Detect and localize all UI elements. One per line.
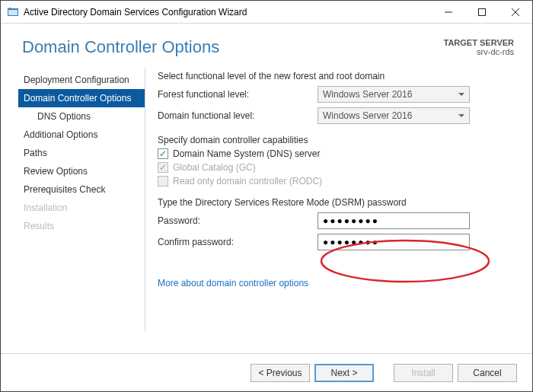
password-label: Password: (158, 215, 318, 226)
content: Deployment Configuration Domain Controll… (1, 57, 532, 331)
next-button[interactable]: Next > (314, 364, 374, 382)
previous-button[interactable]: < Previous (251, 364, 310, 382)
header: Domain Controller Options TARGET SERVER … (1, 24, 532, 57)
confirm-password-input[interactable] (318, 234, 470, 250)
dsrm-heading: Type the Directory Services Restore Mode… (158, 197, 514, 208)
forest-level-label: Forest functional level: (158, 89, 318, 100)
app-icon (7, 6, 19, 18)
nav-results: Results (21, 217, 145, 235)
functional-level-heading: Select functional level of the new fores… (158, 71, 514, 81)
target-server-label: TARGET SERVER (444, 38, 515, 47)
window-buttons (432, 1, 532, 23)
rodc-checkbox (158, 176, 168, 186)
nav-additional-options[interactable]: Additional Options (21, 126, 145, 144)
target-server-value: srv-dc-rds (444, 47, 515, 56)
maximize-button[interactable] (465, 1, 499, 23)
dns-checkbox-row[interactable]: ✓ Domain Name System (DNS) server (158, 148, 514, 159)
page-title: Domain Controller Options (22, 37, 219, 57)
rodc-checkbox-label: Read only domain controller (RODC) (173, 176, 322, 186)
forest-level-dropdown[interactable]: Windows Server 2016 (318, 86, 470, 103)
gc-checkbox-label: Global Catalog (GC) (173, 162, 256, 173)
nav-paths[interactable]: Paths (21, 144, 145, 162)
svg-rect-2 (8, 10, 18, 15)
nav-prerequisites-check[interactable]: Prerequisites Check (21, 180, 145, 199)
target-server-block: TARGET SERVER srv-dc-rds (444, 38, 515, 56)
nav-installation: Installation (21, 199, 145, 217)
more-info-link[interactable]: More about domain controller options (158, 261, 514, 288)
capabilities-heading: Specify domain controller capabilities (158, 135, 514, 145)
svg-rect-1 (9, 8, 11, 9)
footer: < Previous Next > Install Cancel (1, 353, 532, 391)
close-button[interactable] (499, 1, 532, 23)
main-panel: Select functional level of the new fores… (145, 68, 514, 331)
window-title: Active Directory Domain Services Configu… (24, 7, 247, 18)
rodc-checkbox-row: Read only domain controller (RODC) (158, 176, 514, 186)
dns-checkbox-label: Domain Name System (DNS) server (173, 148, 320, 159)
nav-deployment-configuration[interactable]: Deployment Configuration (21, 71, 145, 89)
gc-checkbox: ✓ (158, 162, 168, 173)
domain-level-dropdown[interactable]: Windows Server 2016 (318, 107, 470, 124)
nav-dns-options[interactable]: DNS Options (21, 107, 145, 126)
nav-review-options[interactable]: Review Options (21, 162, 145, 180)
wizard-nav: Deployment Configuration Domain Controll… (21, 68, 145, 331)
titlebar: Active Directory Domain Services Configu… (1, 1, 532, 24)
domain-level-label: Domain functional level: (158, 110, 318, 121)
minimize-button[interactable] (432, 1, 465, 23)
checkmark-icon: ✓ (159, 163, 167, 172)
password-input[interactable] (318, 212, 470, 229)
nav-domain-controller-options[interactable]: Domain Controller Options (18, 89, 145, 107)
svg-rect-4 (479, 8, 486, 15)
cancel-button[interactable]: Cancel (458, 364, 517, 382)
confirm-password-label: Confirm password: (158, 237, 318, 247)
install-button: Install (394, 364, 453, 382)
dns-checkbox[interactable]: ✓ (158, 148, 168, 159)
checkmark-icon: ✓ (159, 149, 167, 158)
gc-checkbox-row: ✓ Global Catalog (GC) (158, 162, 514, 173)
